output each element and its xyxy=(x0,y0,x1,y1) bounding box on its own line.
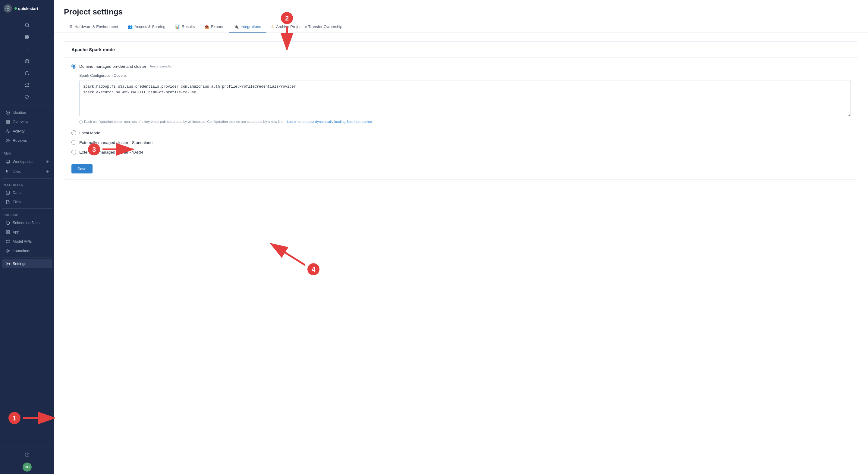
radio-option-domino: Domino managed on-demand cluster Recomme… xyxy=(71,64,851,69)
status-dot xyxy=(14,7,17,10)
config-help-link[interactable]: Learn more about dynamically loading Spa… xyxy=(287,120,372,124)
svg-point-27 xyxy=(9,173,9,173)
main-header: Project settings 🖥 Hardware & Environmen… xyxy=(54,0,868,33)
tag-icon-btn[interactable] xyxy=(22,92,33,103)
spark-card-header: Apache Spark mode xyxy=(64,41,858,58)
spark-config-textarea[interactable] xyxy=(79,80,851,116)
sidebar-icon-bar xyxy=(0,17,54,105)
app-label: App xyxy=(13,230,19,234)
domino-radio-input[interactable] xyxy=(71,64,76,69)
svg-rect-4 xyxy=(25,37,27,39)
settings-icon xyxy=(5,261,10,266)
sidebar-item-ideation[interactable]: Ideation xyxy=(2,108,53,117)
sidebar: quick-start Idea xyxy=(0,0,54,474)
svg-point-23 xyxy=(7,171,8,172)
local-radio-input[interactable] xyxy=(71,130,76,135)
svg-point-15 xyxy=(7,140,8,141)
tab-exports[interactable]: 📤 Exports xyxy=(199,22,229,33)
jobs-icon xyxy=(5,169,10,174)
yarn-radio-label[interactable]: Externally managed cluster - YARN xyxy=(79,150,143,155)
yarn-radio-input[interactable] xyxy=(71,150,76,155)
svg-point-35 xyxy=(7,263,8,264)
tab-results[interactable]: 📊 Results xyxy=(170,22,199,33)
ideation-icon xyxy=(5,110,10,115)
materials-section-label: MATERIALS xyxy=(0,180,54,188)
data-icon xyxy=(5,190,10,195)
avatar[interactable]: GH xyxy=(23,463,32,472)
sidebar-logo: quick-start xyxy=(0,0,54,17)
domino-radio-label[interactable]: Domino managed on-demand cluster xyxy=(79,64,146,69)
svg-marker-34 xyxy=(6,249,10,253)
workspaces-label: Workspaces xyxy=(13,160,33,164)
svg-point-10 xyxy=(7,112,8,113)
svg-point-19 xyxy=(6,170,7,170)
save-button[interactable]: Save xyxy=(71,164,93,173)
sidebar-item-model-apis[interactable]: Model APIs xyxy=(2,237,53,246)
app-icon xyxy=(5,230,10,235)
local-radio-label[interactable]: Local Mode xyxy=(79,131,100,135)
project-name-wrapper: quick-start xyxy=(14,6,38,11)
tab-hardware[interactable]: 🖥 Hardware & Environment xyxy=(64,22,123,33)
logo-icon[interactable] xyxy=(4,4,12,13)
svg-rect-11 xyxy=(6,121,7,122)
sidebar-item-scheduled-jobs[interactable]: Scheduled Jobs xyxy=(2,218,53,227)
exports-tab-label: Exports xyxy=(211,24,224,29)
scheduled-jobs-icon xyxy=(5,221,10,225)
sidebar-item-settings[interactable]: Settings xyxy=(2,259,53,268)
results-tab-icon: 📊 xyxy=(175,24,180,29)
tab-access[interactable]: 👥 Access & Sharing xyxy=(123,22,170,33)
workspaces-add-icon[interactable]: + xyxy=(46,159,49,164)
integrations-tab-icon: 🔌 xyxy=(234,24,239,29)
sidebar-item-overview[interactable]: Overview xyxy=(2,117,53,127)
settings-label: Settings xyxy=(13,262,26,266)
sidebar-item-app[interactable]: App xyxy=(2,228,53,237)
sidebar-item-activity[interactable]: Activity xyxy=(2,127,53,136)
spark-card: Apache Spark mode Domino managed on-dema… xyxy=(64,41,858,180)
svg-rect-3 xyxy=(27,35,29,37)
svg-point-26 xyxy=(7,173,8,173)
help-icon-btn[interactable] xyxy=(22,449,33,460)
svg-point-24 xyxy=(9,171,9,172)
launchers-icon xyxy=(5,248,10,253)
svg-rect-30 xyxy=(6,231,7,232)
archive-tab-label: Archive Project or Transfer Ownership xyxy=(276,24,342,29)
grid-icon-btn[interactable] xyxy=(22,32,33,42)
standalone-radio-input[interactable] xyxy=(71,140,76,145)
config-help: ⓘ Each configuration option consists of … xyxy=(79,120,851,124)
tab-archive[interactable]: ⚠ Archive Project or Transfer Ownership xyxy=(266,22,347,33)
radio-option-local: Local Mode xyxy=(71,130,851,135)
main: Project settings 🖥 Hardware & Environmen… xyxy=(54,0,868,474)
sidebar-item-data[interactable]: Data xyxy=(2,188,53,197)
svg-rect-31 xyxy=(8,231,9,232)
svg-rect-14 xyxy=(8,122,9,124)
standalone-radio-label[interactable]: Externally managed cluster - Standalone xyxy=(79,140,153,145)
ideation-label: Ideation xyxy=(13,110,26,115)
archive-tab-icon: ⚠ xyxy=(271,24,274,29)
layers-icon-btn[interactable] xyxy=(22,56,33,67)
files-label: Files xyxy=(13,200,21,204)
arrows-icon-btn[interactable] xyxy=(22,80,33,91)
sidebar-item-workspaces[interactable]: Workspaces + xyxy=(2,157,53,167)
cube-icon-btn[interactable] xyxy=(22,68,33,78)
sidebar-bottom: GH xyxy=(0,447,54,474)
tab-integrations[interactable]: 🔌 Integrations xyxy=(229,22,266,33)
sidebar-item-files[interactable]: Files xyxy=(2,198,53,207)
jobs-label: Jobs xyxy=(13,170,21,174)
jobs-add-icon[interactable]: + xyxy=(46,169,49,174)
search-icon-btn[interactable] xyxy=(22,20,33,30)
spark-card-body: Domino managed on-demand cluster Recomme… xyxy=(64,58,858,179)
sidebar-item-jobs[interactable]: Jobs + xyxy=(2,167,53,176)
activity-icon xyxy=(5,129,10,134)
sidebar-nav: Ideation Overview Activity Reviews RUN xyxy=(0,105,54,447)
minus-icon-btn[interactable] xyxy=(22,44,33,55)
sidebar-item-reviews[interactable]: Reviews xyxy=(2,136,53,145)
model-apis-label: Model APIs xyxy=(13,239,32,244)
svg-rect-12 xyxy=(8,121,9,122)
integrations-tab-label: Integrations xyxy=(241,24,261,29)
workspaces-icon xyxy=(5,159,10,164)
svg-marker-7 xyxy=(25,59,29,61)
data-label: Data xyxy=(13,191,21,195)
exports-tab-icon: 📤 xyxy=(204,24,209,29)
sidebar-item-launchers[interactable]: Launchers xyxy=(2,246,53,256)
activity-label: Activity xyxy=(13,129,25,133)
